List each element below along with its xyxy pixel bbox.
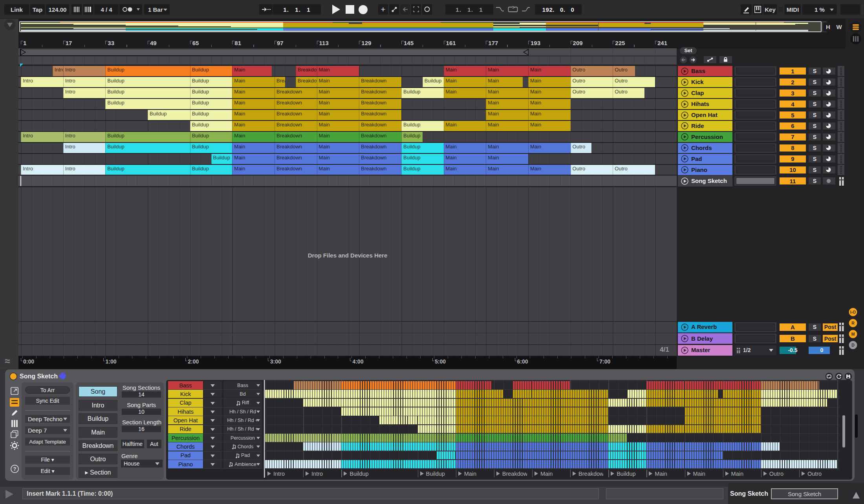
svg-text:I-O: I-O [850,310,856,314]
svg-text:D: D [851,343,855,347]
svg-text:?: ? [13,466,16,472]
svg-text:R: R [851,321,855,325]
svg-text:M: M [851,332,855,336]
